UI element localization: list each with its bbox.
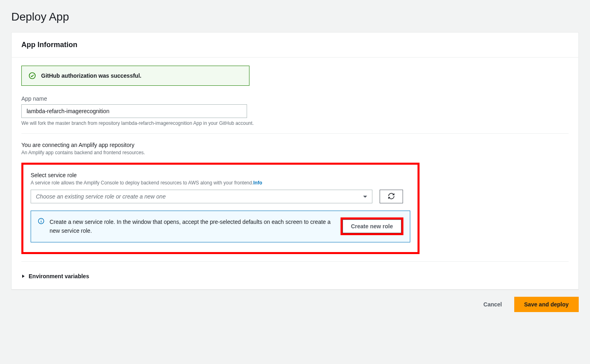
env-variables-label: Environment variables <box>29 273 89 279</box>
app-name-input[interactable] <box>21 104 247 118</box>
connecting-title: You are connecting an Amplify app reposi… <box>21 142 569 148</box>
service-role-select[interactable]: Choose an existing service role or creat… <box>31 190 372 203</box>
refresh-icon <box>388 192 395 201</box>
info-box: Create a new service role. In the window… <box>31 211 410 242</box>
divider <box>21 133 569 134</box>
cancel-button[interactable]: Cancel <box>478 297 508 312</box>
info-icon <box>37 217 45 225</box>
success-text: GitHub authorization was successful. <box>41 72 141 79</box>
service-role-label: Select service role <box>31 172 410 178</box>
connecting-desc: An Amplify app contains backend and fron… <box>21 150 569 155</box>
connecting-section: You are connecting an Amplify app reposi… <box>21 142 569 155</box>
svg-point-0 <box>29 73 35 79</box>
service-role-placeholder: Choose an existing service role or creat… <box>36 193 166 200</box>
app-name-field: App name We will fork the master branch … <box>21 95 569 126</box>
highlight-region: Select service role A service role allow… <box>21 163 420 254</box>
success-alert: GitHub authorization was successful. <box>21 66 249 86</box>
info-link[interactable]: Info <box>253 180 262 186</box>
create-role-highlight: Create new role <box>341 217 403 235</box>
check-circle-icon <box>28 72 36 80</box>
app-info-card: App Information GitHub authorization was… <box>11 32 579 290</box>
environment-variables-toggle[interactable]: Environment variables <box>21 273 569 279</box>
page-title: Deploy App <box>11 10 579 23</box>
create-new-role-button[interactable]: Create new role <box>343 219 401 233</box>
app-name-label: App name <box>21 95 569 102</box>
app-name-helper: We will fork the master branch from repo… <box>21 120 569 126</box>
caret-right-icon <box>21 274 25 278</box>
footer-actions: Cancel Save and deploy <box>11 290 579 312</box>
save-deploy-button[interactable]: Save and deploy <box>514 297 579 312</box>
svg-point-3 <box>41 219 42 220</box>
refresh-button[interactable] <box>380 190 403 203</box>
card-header: App Information <box>12 33 578 58</box>
info-text: Create a new service role. In the window… <box>50 217 336 236</box>
service-role-desc: A service role allows the Amplify Consol… <box>31 180 410 186</box>
divider-2 <box>21 261 569 262</box>
card-title: App Information <box>21 41 569 49</box>
